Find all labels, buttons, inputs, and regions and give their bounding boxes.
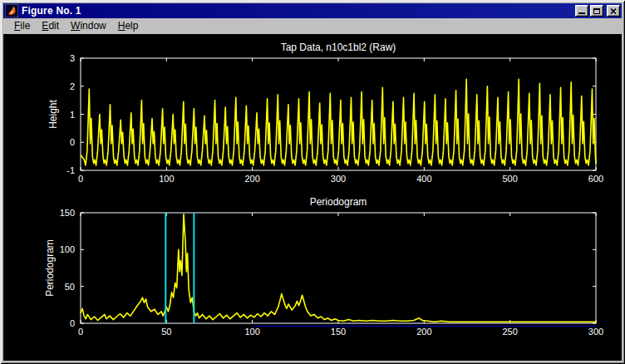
x-tick-label: 100 <box>244 327 259 337</box>
x-tick-label: 250 <box>502 327 517 337</box>
y-tick-label: 2 <box>70 81 75 91</box>
x-tick-label: 400 <box>416 174 431 184</box>
x-tick-label: 200 <box>416 327 431 337</box>
figure-window: Figure No. 1 FileEditWindowHelp 01002003… <box>0 0 625 364</box>
plot-tap-data: 0100200300400500600-10123Tap Data, n10c1… <box>47 42 603 184</box>
x-tick-label: 500 <box>502 174 517 184</box>
close-icon <box>610 8 617 14</box>
plot-title: Tap Data, n10c1bl2 (Raw) <box>281 42 396 53</box>
close-button[interactable] <box>607 5 620 17</box>
matlab-logo-icon[interactable] <box>5 4 18 17</box>
menu-item-window[interactable]: Window <box>65 19 112 33</box>
x-tick-label: 0 <box>78 174 83 184</box>
maximize-button[interactable] <box>590 5 603 17</box>
x-tick-label: 150 <box>331 327 346 337</box>
menu-item-help[interactable]: Help <box>112 19 145 33</box>
title-bar: Figure No. 1 <box>3 3 622 18</box>
y-axis-label: Periodogram <box>44 239 56 297</box>
y-tick-label: 150 <box>60 208 75 218</box>
window-title: Figure No. 1 <box>22 3 575 18</box>
y-tick-label: -1 <box>66 165 75 175</box>
y-tick-label: 50 <box>65 282 75 292</box>
x-tick-label: 300 <box>331 174 346 184</box>
maximize-icon <box>593 8 600 14</box>
plots-svg: 0100200300400500600-10123Tap Data, n10c1… <box>3 34 622 361</box>
plot-title: Periodogram <box>310 196 367 208</box>
series-periodogram <box>81 214 596 322</box>
menu-bar: FileEditWindowHelp <box>3 18 622 34</box>
plot-periodogram: 050100150200250300050100150PeriodogramPe… <box>44 196 603 337</box>
x-tick-label: 200 <box>244 174 259 184</box>
menu-item-edit[interactable]: Edit <box>36 19 65 33</box>
y-tick-label: 0 <box>70 318 75 328</box>
minimize-icon <box>578 12 585 14</box>
y-tick-label: 100 <box>60 244 75 254</box>
series-tap-signal <box>81 79 596 165</box>
window-controls <box>575 5 620 17</box>
plot-box <box>81 213 596 323</box>
minimize-button[interactable] <box>575 5 588 17</box>
y-tick-label: 0 <box>70 137 75 147</box>
menu-item-file[interactable]: File <box>8 19 36 33</box>
y-axis-label: Height <box>47 99 59 128</box>
figure-canvas: 0100200300400500600-10123Tap Data, n10c1… <box>3 34 622 361</box>
x-tick-label: 0 <box>78 327 83 337</box>
x-tick-label: 100 <box>159 174 174 184</box>
x-tick-label: 300 <box>588 327 603 337</box>
x-tick-label: 600 <box>588 174 603 184</box>
y-tick-label: 1 <box>70 110 75 120</box>
x-tick-label: 50 <box>161 327 171 337</box>
y-tick-label: 3 <box>70 53 75 63</box>
